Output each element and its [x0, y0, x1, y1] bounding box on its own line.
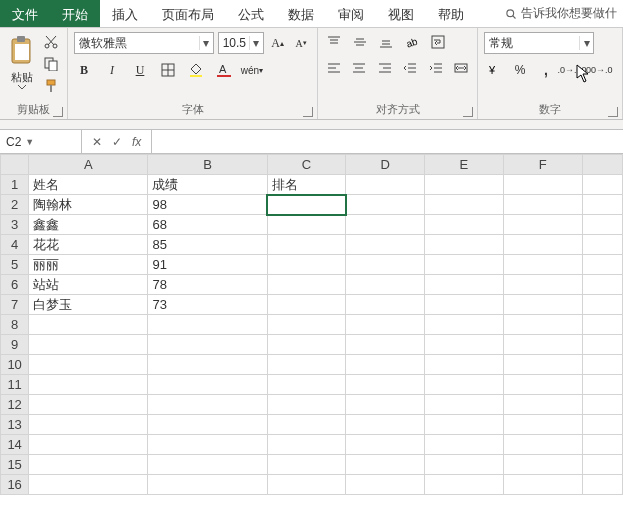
cell[interactable]	[503, 355, 582, 375]
cell[interactable]	[582, 235, 622, 255]
cell[interactable]: 站站	[29, 275, 148, 295]
cell[interactable]	[29, 475, 148, 495]
cell[interactable]	[29, 415, 148, 435]
number-launcher[interactable]	[608, 107, 618, 117]
cell[interactable]	[503, 455, 582, 475]
font-launcher[interactable]	[303, 107, 313, 117]
col-header-G[interactable]	[582, 155, 622, 175]
font-color-button[interactable]: A	[214, 60, 234, 80]
row-header[interactable]: 12	[1, 395, 29, 415]
cell[interactable]	[425, 235, 504, 255]
increase-font-button[interactable]: A▴	[268, 33, 288, 53]
comma-button[interactable]: ,	[536, 60, 556, 80]
cell[interactable]	[582, 295, 622, 315]
tab-file[interactable]: 文件	[0, 0, 50, 27]
cell[interactable]	[503, 255, 582, 275]
cell[interactable]	[346, 315, 425, 335]
cell[interactable]: 成绩	[148, 175, 267, 195]
cell[interactable]	[346, 335, 425, 355]
cell[interactable]	[29, 395, 148, 415]
cell[interactable]	[267, 195, 346, 215]
cell[interactable]	[582, 355, 622, 375]
cell[interactable]	[267, 455, 346, 475]
col-header-D[interactable]: D	[346, 155, 425, 175]
cell[interactable]	[148, 415, 267, 435]
cell[interactable]	[425, 455, 504, 475]
cell[interactable]	[267, 215, 346, 235]
cell[interactable]	[582, 455, 622, 475]
row-header[interactable]: 1	[1, 175, 29, 195]
cell[interactable]	[425, 195, 504, 215]
cell[interactable]	[346, 255, 425, 275]
cell[interactable]	[148, 375, 267, 395]
cell[interactable]	[582, 375, 622, 395]
cell[interactable]	[503, 235, 582, 255]
cell[interactable]	[503, 415, 582, 435]
merge-center-button[interactable]	[452, 58, 472, 78]
cell[interactable]	[267, 295, 346, 315]
cell[interactable]	[267, 395, 346, 415]
cell[interactable]	[346, 355, 425, 375]
cell[interactable]	[267, 355, 346, 375]
row-header[interactable]: 10	[1, 355, 29, 375]
cell[interactable]	[267, 435, 346, 455]
row-header[interactable]: 5	[1, 255, 29, 275]
cell[interactable]	[503, 195, 582, 215]
tab-formulas[interactable]: 公式	[226, 0, 276, 27]
tab-insert[interactable]: 插入	[100, 0, 150, 27]
cell[interactable]	[503, 335, 582, 355]
cell[interactable]	[148, 455, 267, 475]
cell[interactable]	[346, 395, 425, 415]
cell[interactable]: 排名	[267, 175, 346, 195]
cell[interactable]	[582, 475, 622, 495]
row-header[interactable]: 14	[1, 435, 29, 455]
font-size-combo[interactable]: 10.5 ▾	[218, 32, 264, 54]
cell[interactable]	[346, 175, 425, 195]
cut-button[interactable]	[41, 32, 61, 52]
decrease-indent-button[interactable]	[401, 58, 421, 78]
cell[interactable]: 花花	[29, 235, 148, 255]
increase-decimal-button[interactable]: .0→.00	[562, 60, 582, 80]
chevron-down-icon[interactable]: ▾	[249, 36, 263, 50]
row-header[interactable]: 6	[1, 275, 29, 295]
cell[interactable]: 91	[148, 255, 267, 275]
cell[interactable]	[267, 275, 346, 295]
underline-button[interactable]: U	[130, 60, 150, 80]
cell[interactable]	[148, 335, 267, 355]
accounting-format-button[interactable]: ¥	[484, 60, 504, 80]
alignment-launcher[interactable]	[463, 107, 473, 117]
cell[interactable]	[582, 315, 622, 335]
col-header-A[interactable]: A	[29, 155, 148, 175]
copy-button[interactable]	[41, 54, 61, 74]
chevron-down-icon[interactable]: ▾	[199, 36, 213, 50]
cell[interactable]	[582, 275, 622, 295]
cell[interactable]: 鑫鑫	[29, 215, 148, 235]
cell[interactable]	[503, 295, 582, 315]
cell[interactable]	[148, 475, 267, 495]
cell[interactable]	[503, 375, 582, 395]
cell[interactable]	[582, 395, 622, 415]
cell[interactable]: 陶翰林	[29, 195, 148, 215]
cell[interactable]	[148, 395, 267, 415]
align-top-button[interactable]	[324, 32, 344, 52]
tab-help[interactable]: 帮助	[426, 0, 476, 27]
cell[interactable]	[148, 355, 267, 375]
tell-me-search[interactable]: 告诉我你想要做什	[505, 0, 623, 27]
chevron-down-icon[interactable]: ▼	[25, 137, 34, 147]
col-header-E[interactable]: E	[425, 155, 504, 175]
row-header[interactable]: 3	[1, 215, 29, 235]
row-header[interactable]: 2	[1, 195, 29, 215]
italic-button[interactable]: I	[102, 60, 122, 80]
cell[interactable]	[425, 335, 504, 355]
cell[interactable]	[346, 195, 425, 215]
cell[interactable]: 85	[148, 235, 267, 255]
row-header[interactable]: 7	[1, 295, 29, 315]
chevron-down-icon[interactable]: ▾	[579, 36, 593, 50]
cell[interactable]	[503, 175, 582, 195]
align-center-button[interactable]	[350, 58, 370, 78]
tab-page-layout[interactable]: 页面布局	[150, 0, 226, 27]
paste-button[interactable]: 粘贴	[6, 32, 37, 100]
orientation-button[interactable]: ab	[402, 32, 422, 52]
cell[interactable]	[267, 255, 346, 275]
cell[interactable]	[425, 395, 504, 415]
